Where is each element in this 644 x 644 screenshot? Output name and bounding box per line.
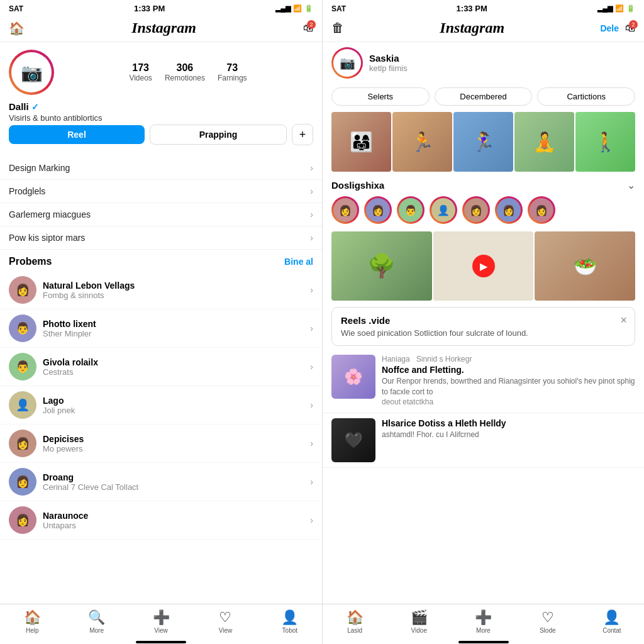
nav-lasid[interactable]: 🏠 Lasid [323,604,387,640]
story-0[interactable]: 👩 [331,196,359,224]
list-item-3[interactable]: 👤 Lago Joli pnek › [0,386,322,425]
story-4[interactable]: 👩 [462,196,490,224]
list-name-2: Givola rolailx [43,357,304,367]
menu-item-prodglels-text: Prodglels [9,186,45,196]
list-info-1: Photto lixent Sther Minpler [43,319,304,338]
battery-icon-right: 🔋 [626,4,635,13]
menu-item-pow[interactable]: Pow kis siptor mars › [0,226,322,250]
nav-more-right-label: More [476,627,491,634]
menu-item-prodglels[interactable]: Prodglels › [0,180,322,203]
list-item-0[interactable]: 👩 Natural Lebon Vellags Fombg & sinnots … [0,271,322,309]
person-nav-icon: 👤 [281,609,298,626]
nav-more-left[interactable]: 🔍 More [64,604,128,640]
time-right: 1:33 PM [457,4,487,13]
list-item-1[interactable]: 👨 Photto lixent Sther Minpler › [0,309,322,348]
list-name-3: Lago [43,396,304,406]
nav-view-heart[interactable]: ♡ View [193,604,257,640]
app-title-left: Instagram [131,19,196,36]
story-3[interactable]: 👤 [430,196,457,224]
nav-vidoe-label: Vidoe [411,627,427,634]
nav-tobot[interactable]: 👤 Tobot [258,604,322,640]
tree-visual: 🌳 [367,253,396,279]
menu-item-garlemerg[interactable]: Garlemerg miacgues › [0,203,322,226]
notif-title: Reels .vide [341,315,626,326]
nav-more-right[interactable]: ➕ More [451,604,515,640]
notif-body: Wie soed pinication Sotliction four sulc… [341,328,626,338]
photo-cell-3[interactable]: 🧘 [514,112,574,172]
list-sub-2: Cestrats [43,367,304,377]
reel-button[interactable]: Reel [9,125,145,144]
signal-icon: ▂▄▆ [275,4,291,13]
video-cell-2[interactable]: 🥗 [535,231,635,301]
photo-cell-4[interactable]: 🚶 [575,112,635,172]
cart-badge-right[interactable]: 🛍 2 [625,23,635,34]
app-header-right: 🗑 Instagram Dele 🛍 2 [323,16,644,42]
article-item-0[interactable]: 🌸 Haniaga Sinnid s Horkegr Noffce and Fl… [323,350,644,413]
header-right-left: 🛍 2 [303,23,313,34]
nav-vidoe[interactable]: 🎬 Vidoe [387,604,451,640]
article-source-0: Haniaga Sinnid s Horkegr [382,355,635,364]
dosligshixa-chevron[interactable]: ⌄ [627,179,635,191]
story-2[interactable]: 👨 [397,196,425,224]
tab-decembered[interactable]: Decembered [435,87,533,106]
video-cell-0[interactable]: 🌳 [331,231,432,301]
plus-nav-icon-right: ➕ [475,609,492,626]
article-thumb-0: 🌸 [331,355,375,399]
video-cell-1[interactable]: ▶ [433,231,534,301]
nav-contat[interactable]: 👤 Contat [580,604,644,640]
plus-button[interactable]: + [292,124,313,145]
notif-close-icon[interactable]: × [620,314,627,327]
story-6[interactable]: 👩 [528,196,555,224]
list-item-6[interactable]: 👩 Naraunoce Untapars › [0,501,322,540]
photo-cell-0[interactable]: 👨‍👩‍👧 [331,112,391,172]
video-grid: 🌳 ▶ 🥗 [323,229,644,303]
story-5[interactable]: 👩 [495,196,523,224]
home-indicator-left [136,641,186,643]
nav-view-create[interactable]: ➕ View [129,604,193,640]
prapping-button[interactable]: Prapping [150,125,287,145]
list-item-4[interactable]: 👩 Depicises Mo pewers › [0,425,322,463]
article-item-1[interactable]: 🖤 Hlsarice Dotiss a Hleth Helldy ashtamd… [323,413,644,468]
chevron-right-icon-2: › [310,186,313,196]
story-1[interactable]: 👩 [364,196,392,224]
tab-cartictions[interactable]: Cartictions [537,87,635,106]
list-item-2[interactable]: 👨 Givola rolailx Cestrats › [0,348,322,386]
stat-remotions-label: Remotiones [165,74,205,82]
cart-badge-left[interactable]: 🛍 2 [303,23,313,34]
menu-item-design[interactable]: Design Marking › [0,157,322,180]
home-icon-left[interactable]: 🏠 [9,21,25,36]
list-name-1: Photto lixent [43,319,304,329]
chevron-right-icon-1: › [310,163,313,173]
photo-cell-2[interactable]: 🏃‍♀️ [453,112,513,172]
bottom-nav-right: 🏠 Lasid 🎬 Vidoe ➕ More ♡ Slode 👤 Contat [323,604,644,640]
bottom-nav-left: 🏠 Help 🔍 More ➕ View ♡ View 👤 Tobot [0,604,322,640]
list-info-5: Droang Cerinal 7 Cleve Cal Tollact [43,472,304,492]
dele-text[interactable]: Dele [600,23,619,33]
nav-slode[interactable]: ♡ Slode [516,604,580,640]
menu-item-pow-text: Pow kis siptor mars [9,233,85,243]
profile-name: Dalli ✓ [9,101,313,112]
bine-al-link[interactable]: Bine al [284,257,313,267]
chevron-right-icon-3: › [310,209,313,219]
status-icons-left: ▂▄▆ 📶 🔋 [275,4,313,13]
avatar-inner: 📷 [11,52,52,92]
app-header-left: 🏠 Instagram 🛍 2 [0,16,322,42]
buttons-row: Reel Prapping + [9,124,313,145]
photo-grid: 👨‍👩‍👧 🏃 🏃‍♀️ 🧘 🚶 [323,109,644,174]
carrier-right: SAT [331,4,346,13]
search-nav-icon: 🔍 [88,609,105,626]
article-info-1: Hlsarice Dotiss a Hleth Helldy ashtamdl!… [382,418,635,462]
play-button-icon[interactable]: ▶ [472,255,495,277]
tab-selerts[interactable]: Selerts [331,87,430,106]
left-panel: SAT 1:33 PM ▂▄▆ 📶 🔋 🏠 Instagram 🛍 2 📷 [0,0,322,644]
trash-icon-right[interactable]: 🗑 [331,21,344,35]
photo-cell-1[interactable]: 🏃 [392,112,452,172]
nav-help[interactable]: 🏠 Help [0,604,64,640]
avatar-0: 👩 [9,276,36,304]
avatar-1: 👨 [9,314,36,342]
dosligshixa-header: Dosligshixa ⌄ [323,174,644,194]
list-name-6: Naraunoce [43,511,304,521]
article-desc-1: ashtamdl! Fhor. cu I Alifcrned [382,430,635,440]
list-item-5[interactable]: 👩 Droang Cerinal 7 Cleve Cal Tollact › [0,463,322,501]
stat-videos-count: 173 [132,62,149,74]
